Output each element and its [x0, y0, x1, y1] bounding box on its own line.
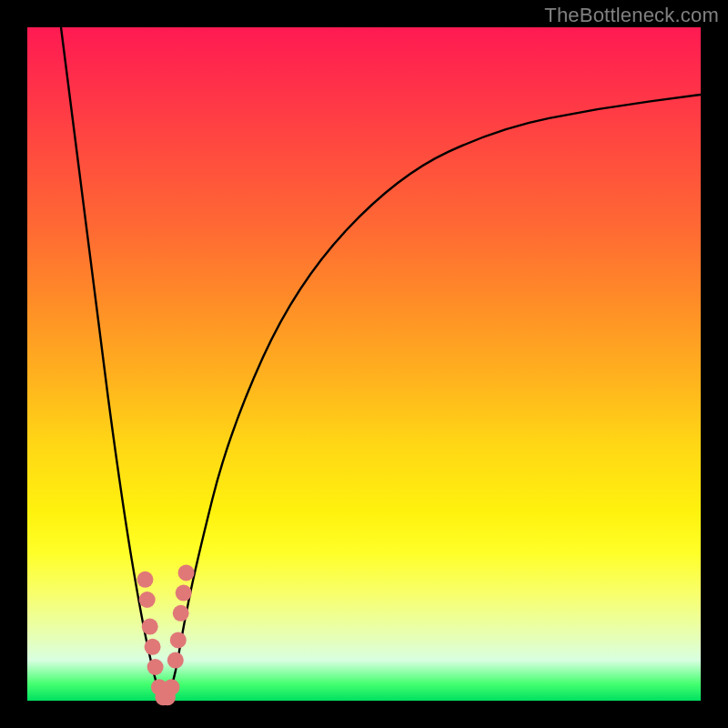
watermark-text: TheBottleneck.com [544, 4, 719, 27]
bottleneck-curve [61, 27, 701, 698]
data-marker [178, 564, 195, 581]
data-marker [170, 632, 187, 648]
data-marker [137, 571, 154, 588]
data-marker [145, 639, 161, 655]
data-marker [163, 679, 179, 695]
data-marker [173, 605, 189, 622]
data-marker [142, 619, 158, 635]
data-marker [176, 585, 192, 602]
chart-svg [27, 27, 701, 701]
curve-layer [61, 27, 701, 698]
data-marker [147, 659, 164, 675]
data-marker [139, 592, 156, 608]
data-marker [167, 652, 184, 669]
chart-frame: TheBottleneck.com [0, 0, 728, 728]
